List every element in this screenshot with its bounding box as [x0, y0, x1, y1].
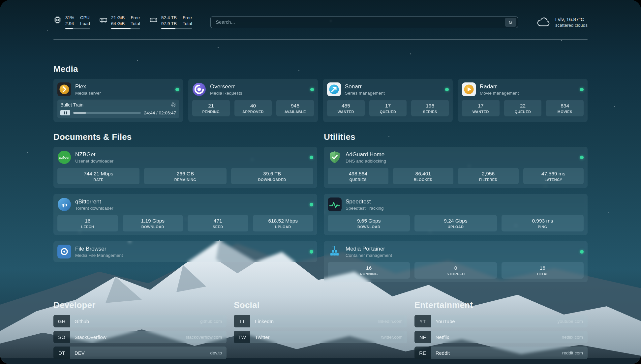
- bookmark-dev[interactable]: DT DEV dev.to: [53, 347, 227, 359]
- speedtest-icon: [328, 197, 342, 211]
- stat-filtered: 2,956FILTERED: [458, 168, 519, 184]
- service-description: Media Requests: [210, 91, 306, 96]
- service-name: File Browser: [75, 246, 306, 252]
- bookmark-github[interactable]: GH Github github.com: [53, 315, 227, 327]
- bookmark-name: YouTube: [431, 315, 553, 327]
- bookmark-netflix[interactable]: NF Netflix netflix.com: [414, 331, 588, 343]
- service-description: Series management: [345, 91, 441, 96]
- settings-gear-icon[interactable]: [170, 102, 176, 107]
- cpu-load-value: 2.94: [65, 21, 74, 27]
- service-card-filebrowser[interactable]: File Browser Media File Management: [53, 241, 317, 262]
- memory-widget: 21 GiB Free 64 GiB Total: [99, 15, 140, 30]
- stat-downloaded: 39.6 TBDOWNLOADED: [231, 168, 313, 184]
- stat-latency: 47.569 msLATENCY: [523, 168, 584, 184]
- stat-movies: 834MOVIES: [546, 100, 584, 116]
- memory-icon: [99, 16, 107, 24]
- service-description: Torrent downloader: [75, 206, 306, 211]
- bookmark-abbr: NF: [414, 331, 431, 343]
- stat-series: 196SERIES: [411, 100, 449, 116]
- service-name: Overseerr: [210, 83, 306, 90]
- status-dot: [445, 88, 449, 91]
- bookmarks-social: Social LI LinkedIn linkedin.com TW Twitt…: [234, 300, 407, 343]
- search-provider-button[interactable]: G: [505, 18, 516, 27]
- pause-button[interactable]: [60, 110, 70, 115]
- playback-progress-bar[interactable]: [73, 112, 141, 114]
- disk-total-value: 97.9 TB: [161, 21, 177, 27]
- status-dot: [580, 250, 584, 254]
- service-card-overseerr[interactable]: Overseerr Media Requests 21PENDING 40APP…: [188, 79, 318, 122]
- now-playing-title: Bullet Train: [60, 102, 83, 107]
- service-name: Radarr: [480, 83, 576, 90]
- service-card-qbittorrent[interactable]: qb qBittorrent Torrent downloader 16LEEC…: [53, 194, 317, 235]
- weather-condition: scattered clouds: [555, 23, 588, 28]
- bookmark-name: Twitter: [250, 331, 377, 343]
- stat-queries: 498,564QUERIES: [328, 168, 388, 184]
- service-description: Usenet downloader: [75, 159, 306, 164]
- service-name: Speedtest: [346, 198, 584, 205]
- service-card-speedtest[interactable]: Speedtest Speedtest Tracking 9.65 GbpsDO…: [324, 194, 588, 235]
- search-input[interactable]: [216, 19, 505, 25]
- bookmark-youtube[interactable]: YT YouTube youtube.com: [414, 315, 588, 327]
- stat-download: 9.65 GbpsDOWNLOAD: [328, 215, 410, 231]
- bookmark-url: netflix.com: [557, 331, 588, 343]
- service-description: Media server: [75, 91, 171, 96]
- bookmark-abbr: SO: [53, 331, 70, 343]
- service-description: Media File Management: [75, 253, 306, 258]
- service-name: Plex: [75, 83, 171, 90]
- stat-stopped: 0STOPPED: [414, 262, 497, 279]
- bookmark-url: twitter.com: [377, 331, 407, 343]
- stat-running: 16RUNNING: [328, 262, 410, 279]
- plex-icon: [57, 82, 71, 96]
- stat-wanted: 17WANTED: [462, 100, 500, 116]
- cpu-load-label: Load: [80, 21, 90, 27]
- weather-location: Lviv, 16.87°C: [555, 16, 588, 22]
- disk-free-label: Free: [183, 15, 192, 21]
- stat-remaining: 266 GBREMAINING: [144, 168, 226, 184]
- developer-section-title: Developer: [53, 300, 227, 310]
- service-name: NZBGet: [75, 151, 306, 158]
- bookmark-abbr: TW: [234, 331, 250, 343]
- bookmark-abbr: GH: [53, 315, 70, 327]
- stat-ping: 0.993 msPING: [502, 215, 584, 231]
- disk-free-value: 52.4 TB: [161, 15, 177, 21]
- bookmark-url: linkedin.com: [373, 315, 407, 327]
- bookmark-abbr: YT: [414, 315, 431, 327]
- bookmark-twitter[interactable]: TW Twitter twitter.com: [234, 331, 407, 343]
- stat-upload: 9.24 GbpsUPLOAD: [414, 215, 497, 231]
- bookmark-url: stackoverflow.com: [181, 331, 227, 343]
- bookmark-stackoverflow[interactable]: SO StackOverflow stackoverflow.com: [53, 331, 227, 343]
- disk-progress-bar: [161, 28, 192, 29]
- service-card-nzbget[interactable]: nzbget NZBGet Usenet downloader 744.21 M…: [53, 147, 317, 188]
- status-dot: [310, 88, 314, 91]
- bookmark-reddit[interactable]: RE Reddit reddit.com: [414, 347, 588, 359]
- stat-upload: 618.52 MbpsUPLOAD: [253, 215, 314, 231]
- portainer-icon: [328, 245, 342, 258]
- bookmark-url: github.com: [196, 315, 227, 327]
- search-bar[interactable]: G: [210, 16, 518, 28]
- status-dot: [175, 88, 179, 91]
- status-dot: [310, 250, 313, 254]
- service-card-radarr[interactable]: Radarr Movie management 17WANTED 22QUEUE…: [458, 79, 588, 122]
- service-description: DNS and adblocking: [346, 159, 576, 164]
- service-card-sonarr[interactable]: Sonarr Series management 485WANTED 17QUE…: [323, 79, 453, 122]
- svg-text:nzbget: nzbget: [59, 156, 70, 159]
- section-utilities: Utilities AdGuard Home: [324, 132, 588, 282]
- filebrowser-icon: [57, 245, 71, 258]
- top-bar: 31% CPU 2.94 Load 21 GiB Free: [53, 13, 588, 31]
- service-description: Movie management: [480, 91, 576, 96]
- cpu-usage-label: CPU: [80, 15, 90, 21]
- weather-widget: Lviv, 16.87°C scattered clouds: [536, 16, 588, 28]
- service-card-adguard[interactable]: AdGuard Home DNS and adblocking 498,564Q…: [324, 147, 588, 188]
- stat-wanted: 485WANTED: [327, 100, 365, 116]
- documents-section-title: Documents & Files: [53, 132, 317, 142]
- plex-now-playing: Bullet Train 24:44 / 02:06:47: [57, 100, 179, 118]
- cpu-widget: 31% CPU 2.94 Load: [53, 15, 90, 30]
- stat-total: 16TOTAL: [502, 262, 584, 279]
- bookmark-url: reddit.com: [558, 347, 588, 359]
- service-name: Media Portainer: [346, 246, 576, 252]
- stat-leech: 16LEECH: [57, 215, 118, 231]
- bookmark-name: DEV: [70, 347, 206, 359]
- bookmark-linkedin[interactable]: LI LinkedIn linkedin.com: [234, 315, 407, 327]
- service-card-portainer[interactable]: Media Portainer Container management 16R…: [324, 241, 588, 282]
- service-card-plex[interactable]: Plex Media server Bullet Train: [53, 79, 183, 122]
